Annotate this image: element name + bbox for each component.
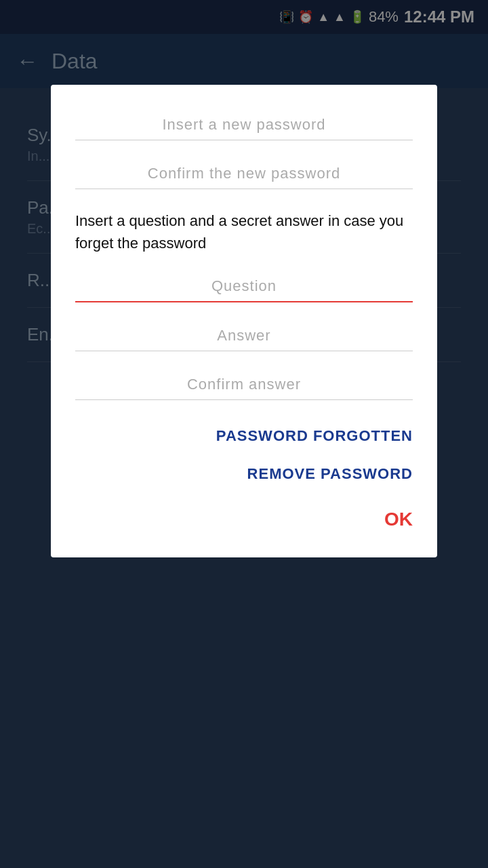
confirm-answer-group xyxy=(75,372,413,400)
confirm-password-group xyxy=(75,161,413,189)
question-group xyxy=(75,273,413,302)
forgotten-row: PASSWORD FORGOTTEN xyxy=(75,420,413,452)
question-input[interactable] xyxy=(75,273,413,302)
remove-row: REMOVE PASSWORD xyxy=(75,458,413,490)
answer-group xyxy=(75,323,413,351)
ok-row: OK xyxy=(75,502,413,537)
ok-button[interactable]: OK xyxy=(384,502,413,537)
new-password-input[interactable] xyxy=(75,112,413,140)
confirm-password-input[interactable] xyxy=(75,161,413,189)
answer-input[interactable] xyxy=(75,323,413,351)
new-password-group xyxy=(75,112,413,140)
password-forgotten-button[interactable]: PASSWORD FORGOTTEN xyxy=(216,420,413,452)
remove-password-button[interactable]: REMOVE PASSWORD xyxy=(247,458,413,490)
confirm-answer-input[interactable] xyxy=(75,372,413,400)
password-dialog: Insert a question and a secret answer in… xyxy=(51,85,437,557)
info-text: Insert a question and a secret answer in… xyxy=(75,210,413,254)
